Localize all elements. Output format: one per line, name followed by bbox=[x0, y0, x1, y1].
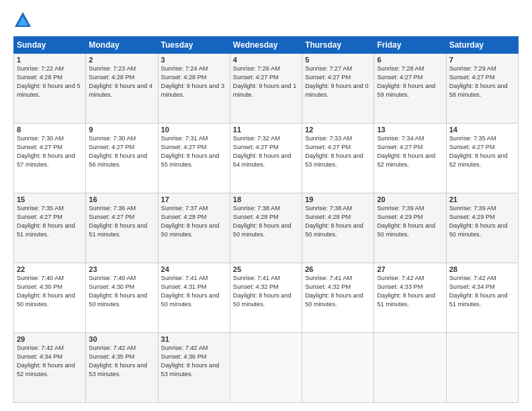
logo bbox=[13, 11, 35, 30]
calendar-cell: 8Sunrise: 7:30 AMSunset: 4:27 PMDaylight… bbox=[14, 124, 86, 193]
day-number: 13 bbox=[377, 126, 443, 134]
calendar-cell: 7Sunrise: 7:29 AMSunset: 4:27 PMDaylight… bbox=[446, 54, 518, 124]
weekday-header: Thursday bbox=[302, 37, 374, 54]
weekday-header: Saturday bbox=[446, 37, 518, 54]
calendar-cell bbox=[446, 333, 518, 403]
day-info: Sunrise: 7:39 AMSunset: 4:29 PMDaylight:… bbox=[449, 204, 515, 239]
day-info: Sunrise: 7:31 AMSunset: 4:27 PMDaylight:… bbox=[161, 134, 227, 169]
weekday-header: Friday bbox=[374, 37, 446, 54]
calendar-cell: 1Sunrise: 7:22 AMSunset: 4:28 PMDaylight… bbox=[14, 54, 86, 124]
calendar-cell: 31Sunrise: 7:42 AMSunset: 4:36 PMDayligh… bbox=[158, 333, 230, 403]
page: SundayMondayTuesdayWednesdayThursdayFrid… bbox=[0, 0, 532, 411]
day-info: Sunrise: 7:37 AMSunset: 4:28 PMDaylight:… bbox=[161, 204, 227, 239]
day-info: Sunrise: 7:42 AMSunset: 4:35 PMDaylight:… bbox=[89, 344, 154, 379]
day-info: Sunrise: 7:42 AMSunset: 4:34 PMDaylight:… bbox=[17, 344, 83, 379]
calendar-cell: 6Sunrise: 7:28 AMSunset: 4:27 PMDaylight… bbox=[374, 54, 446, 124]
calendar-cell: 4Sunrise: 7:26 AMSunset: 4:27 PMDaylight… bbox=[230, 54, 302, 124]
calendar-cell: 30Sunrise: 7:42 AMSunset: 4:35 PMDayligh… bbox=[86, 333, 158, 403]
day-info: Sunrise: 7:41 AMSunset: 4:32 PMDaylight:… bbox=[233, 274, 299, 309]
day-number: 18 bbox=[233, 195, 299, 203]
calendar-header-row: SundayMondayTuesdayWednesdayThursdayFrid… bbox=[14, 37, 519, 54]
logo-icon bbox=[13, 11, 32, 30]
day-number: 7 bbox=[449, 56, 515, 64]
day-info: Sunrise: 7:30 AMSunset: 4:27 PMDaylight:… bbox=[89, 134, 154, 169]
calendar-cell: 22Sunrise: 7:40 AMSunset: 4:30 PMDayligh… bbox=[14, 263, 86, 333]
calendar-cell: 3Sunrise: 7:24 AMSunset: 4:28 PMDaylight… bbox=[158, 54, 230, 124]
day-info: Sunrise: 7:26 AMSunset: 4:27 PMDaylight:… bbox=[233, 64, 299, 99]
calendar-week-row: 1Sunrise: 7:22 AMSunset: 4:28 PMDaylight… bbox=[14, 54, 519, 124]
day-info: Sunrise: 7:40 AMSunset: 4:30 PMDaylight:… bbox=[89, 274, 154, 309]
day-number: 31 bbox=[161, 335, 227, 343]
day-info: Sunrise: 7:23 AMSunset: 4:28 PMDaylight:… bbox=[89, 64, 154, 99]
day-number: 14 bbox=[449, 126, 515, 134]
day-number: 9 bbox=[89, 126, 154, 134]
header bbox=[13, 11, 519, 30]
calendar-cell: 11Sunrise: 7:32 AMSunset: 4:27 PMDayligh… bbox=[230, 124, 302, 193]
day-number: 22 bbox=[17, 265, 83, 273]
calendar-cell: 2Sunrise: 7:23 AMSunset: 4:28 PMDaylight… bbox=[86, 54, 158, 124]
calendar-cell: 9Sunrise: 7:30 AMSunset: 4:27 PMDaylight… bbox=[86, 124, 158, 193]
day-info: Sunrise: 7:41 AMSunset: 4:32 PMDaylight:… bbox=[305, 274, 371, 309]
day-info: Sunrise: 7:38 AMSunset: 4:28 PMDaylight:… bbox=[233, 204, 299, 239]
day-number: 20 bbox=[377, 195, 443, 203]
calendar-cell: 26Sunrise: 7:41 AMSunset: 4:32 PMDayligh… bbox=[302, 263, 374, 333]
day-number: 4 bbox=[233, 56, 299, 64]
day-info: Sunrise: 7:38 AMSunset: 4:28 PMDaylight:… bbox=[305, 204, 371, 239]
calendar-cell: 10Sunrise: 7:31 AMSunset: 4:27 PMDayligh… bbox=[158, 124, 230, 193]
calendar-week-row: 15Sunrise: 7:35 AMSunset: 4:27 PMDayligh… bbox=[14, 193, 519, 263]
day-info: Sunrise: 7:35 AMSunset: 4:27 PMDaylight:… bbox=[449, 134, 515, 169]
day-number: 8 bbox=[17, 126, 83, 134]
calendar-cell: 28Sunrise: 7:42 AMSunset: 4:34 PMDayligh… bbox=[446, 263, 518, 333]
calendar-cell bbox=[374, 333, 446, 403]
day-info: Sunrise: 7:42 AMSunset: 4:33 PMDaylight:… bbox=[377, 274, 443, 309]
calendar-cell: 5Sunrise: 7:27 AMSunset: 4:27 PMDaylight… bbox=[302, 54, 374, 124]
day-info: Sunrise: 7:40 AMSunset: 4:30 PMDaylight:… bbox=[17, 274, 83, 309]
calendar-cell: 23Sunrise: 7:40 AMSunset: 4:30 PMDayligh… bbox=[86, 263, 158, 333]
day-number: 24 bbox=[161, 265, 227, 273]
day-number: 1 bbox=[17, 56, 83, 64]
calendar-week-row: 29Sunrise: 7:42 AMSunset: 4:34 PMDayligh… bbox=[14, 333, 519, 403]
day-number: 19 bbox=[305, 195, 371, 203]
day-info: Sunrise: 7:35 AMSunset: 4:27 PMDaylight:… bbox=[17, 204, 83, 239]
day-info: Sunrise: 7:33 AMSunset: 4:27 PMDaylight:… bbox=[305, 134, 371, 169]
calendar-cell: 29Sunrise: 7:42 AMSunset: 4:34 PMDayligh… bbox=[14, 333, 86, 403]
day-info: Sunrise: 7:22 AMSunset: 4:28 PMDaylight:… bbox=[17, 64, 83, 99]
calendar-cell bbox=[230, 333, 302, 403]
day-info: Sunrise: 7:30 AMSunset: 4:27 PMDaylight:… bbox=[17, 134, 83, 169]
day-number: 21 bbox=[449, 195, 515, 203]
day-number: 27 bbox=[377, 265, 443, 273]
day-info: Sunrise: 7:34 AMSunset: 4:27 PMDaylight:… bbox=[377, 134, 443, 169]
weekday-header: Wednesday bbox=[230, 37, 302, 54]
day-info: Sunrise: 7:41 AMSunset: 4:31 PMDaylight:… bbox=[161, 274, 227, 309]
day-number: 30 bbox=[89, 335, 154, 343]
calendar-cell: 24Sunrise: 7:41 AMSunset: 4:31 PMDayligh… bbox=[158, 263, 230, 333]
day-info: Sunrise: 7:39 AMSunset: 4:29 PMDaylight:… bbox=[377, 204, 443, 239]
day-number: 26 bbox=[305, 265, 371, 273]
day-number: 6 bbox=[377, 56, 443, 64]
calendar-cell: 16Sunrise: 7:36 AMSunset: 4:27 PMDayligh… bbox=[86, 193, 158, 263]
calendar-cell: 27Sunrise: 7:42 AMSunset: 4:33 PMDayligh… bbox=[374, 263, 446, 333]
day-number: 16 bbox=[89, 195, 154, 203]
day-number: 12 bbox=[305, 126, 371, 134]
day-number: 29 bbox=[17, 335, 83, 343]
day-info: Sunrise: 7:28 AMSunset: 4:27 PMDaylight:… bbox=[377, 64, 443, 99]
calendar-cell: 21Sunrise: 7:39 AMSunset: 4:29 PMDayligh… bbox=[446, 193, 518, 263]
weekday-header: Sunday bbox=[14, 37, 86, 54]
calendar-cell: 19Sunrise: 7:38 AMSunset: 4:28 PMDayligh… bbox=[302, 193, 374, 263]
day-info: Sunrise: 7:32 AMSunset: 4:27 PMDaylight:… bbox=[233, 134, 299, 169]
day-number: 3 bbox=[161, 56, 227, 64]
calendar-cell: 17Sunrise: 7:37 AMSunset: 4:28 PMDayligh… bbox=[158, 193, 230, 263]
day-number: 25 bbox=[233, 265, 299, 273]
day-info: Sunrise: 7:29 AMSunset: 4:27 PMDaylight:… bbox=[449, 64, 515, 99]
day-number: 2 bbox=[89, 56, 154, 64]
calendar-cell: 25Sunrise: 7:41 AMSunset: 4:32 PMDayligh… bbox=[230, 263, 302, 333]
weekday-header: Monday bbox=[86, 37, 158, 54]
weekday-header: Tuesday bbox=[158, 37, 230, 54]
calendar-cell: 15Sunrise: 7:35 AMSunset: 4:27 PMDayligh… bbox=[14, 193, 86, 263]
day-number: 15 bbox=[17, 195, 83, 203]
calendar-cell: 20Sunrise: 7:39 AMSunset: 4:29 PMDayligh… bbox=[374, 193, 446, 263]
day-info: Sunrise: 7:42 AMSunset: 4:34 PMDaylight:… bbox=[449, 274, 515, 309]
day-info: Sunrise: 7:27 AMSunset: 4:27 PMDaylight:… bbox=[305, 64, 371, 99]
calendar-week-row: 22Sunrise: 7:40 AMSunset: 4:30 PMDayligh… bbox=[14, 263, 519, 333]
calendar-week-row: 8Sunrise: 7:30 AMSunset: 4:27 PMDaylight… bbox=[14, 124, 519, 193]
